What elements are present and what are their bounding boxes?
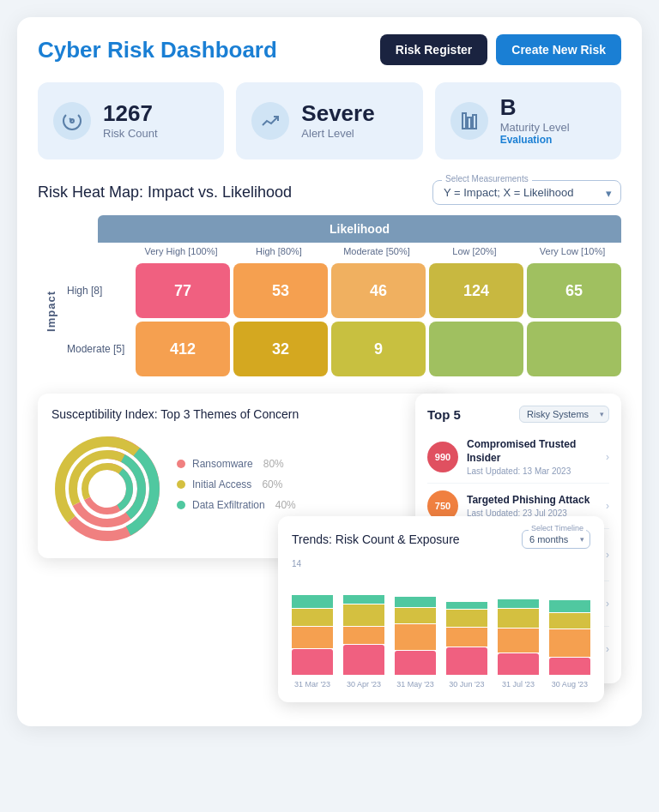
heat-cell-1-2[interactable]: 9 (331, 322, 426, 376)
heatmap-header: Risk Heat Map: Impact vs. Likelihood Sel… (38, 180, 621, 205)
kpi-card-alert-level: Severe Alert Level (236, 82, 422, 159)
kpi-sublabel-maturity: Evaluation (500, 134, 570, 146)
kpi-content-maturity: B Maturity Level Evaluation (500, 96, 570, 146)
header: Cyber Risk Dashboard Risk Register Creat… (38, 34, 621, 65)
col-header-2: High [80%] (230, 243, 328, 260)
chart-label-3: 30 Jun '23 (446, 680, 487, 689)
bar-col-0 (292, 595, 333, 675)
legend-percent-0: 80% (263, 458, 284, 470)
risk-updated-0: Last Updated: 13 Mar 2023 (467, 466, 597, 476)
heat-cell-0-1[interactable]: 53 (233, 263, 328, 318)
risk-name-1: Targeted Phishing Attack (467, 494, 597, 508)
heatmap-row-0: High [8] 77 53 46 124 65 (63, 263, 621, 318)
legend-item-1: Initial Access 60% (177, 478, 296, 490)
kpi-label-alert-level: Alert Level (301, 127, 374, 140)
legend-dot-1 (177, 480, 185, 489)
row-label-1: Moderate [5] (63, 322, 132, 376)
bar-group-5 (549, 600, 590, 675)
kpi-value-risk-count: 1267 (103, 102, 158, 124)
timeline-select-label: Select Timeline (529, 524, 586, 532)
kpi-value-alert-level: Severe (301, 102, 374, 124)
top5-select-wrapper[interactable]: Risky Systems Risky Assets Risky Users ▾ (519, 406, 609, 423)
bar-seg-1-0 (343, 595, 384, 604)
chart-labels: 31 Mar '2330 Apr '2331 May '2330 Jun '23… (292, 680, 590, 689)
legend-label-0: Ransomware (192, 458, 253, 470)
svg-rect-0 (463, 113, 466, 129)
heat-cell-1-3[interactable] (429, 322, 523, 376)
heat-cell-0-4[interactable]: 65 (527, 263, 621, 318)
bar-seg-1-3 (343, 645, 384, 675)
top5-title: Top 5 (427, 407, 461, 422)
kpi-content-risk-count: 1267 Risk Count (103, 102, 158, 140)
heat-cell-1-4[interactable] (527, 322, 621, 376)
chevron-down-icon: ▾ (606, 186, 612, 199)
select-measurements-label: Select Measurements (442, 174, 532, 183)
donut-chart (51, 433, 163, 544)
svg-rect-1 (468, 117, 471, 129)
maturity-icon (450, 102, 488, 140)
bar-seg-4-1 (498, 609, 539, 628)
legend-percent-1: 60% (262, 478, 282, 490)
col-header-3: Moderate [50%] (328, 243, 426, 260)
bar-col-4 (498, 599, 539, 675)
heatmap-container: Likelihood Impact Very High [100%] High … (38, 215, 621, 380)
heat-cell-0-3[interactable]: 124 (429, 263, 523, 318)
create-risk-button[interactable]: Create New Risk (496, 34, 621, 65)
bar-seg-4-0 (498, 599, 539, 608)
chart-label-1: 30 Apr '23 (343, 680, 384, 689)
bar-seg-5-0 (549, 600, 590, 612)
heat-cell-0-2[interactable]: 46 (331, 263, 426, 318)
timeline-select[interactable]: 3 months 6 months 1 year 2 years (522, 530, 590, 549)
legend-item-0: Ransomware 80% (177, 458, 296, 470)
timeline-select-wrapper[interactable]: Select Timeline 3 months 6 months 1 year… (522, 530, 590, 549)
risk-name-0: Compromised Trusted Insider (467, 438, 597, 465)
susceptibility-title: Susceptibility Index: Top 3 Themes of Co… (51, 407, 436, 421)
bar-seg-1-1 (343, 604, 384, 626)
bar-seg-2-0 (395, 597, 436, 607)
bar-group-4 (498, 599, 539, 675)
trends-card: Trends: Risk Count & Exposure Select Tim… (278, 516, 604, 702)
heat-cell-1-1[interactable]: 32 (233, 322, 328, 376)
col-header-0 (63, 243, 132, 260)
trends-title: Trends: Risk Count & Exposure (292, 532, 460, 546)
kpi-row: 1267 Risk Count Severe Alert Level (38, 82, 621, 159)
col-header-1: Very High [100%] (132, 243, 230, 260)
bar-seg-3-1 (446, 610, 487, 627)
bar-group-1 (343, 595, 384, 675)
legend-percent-2: 40% (275, 499, 296, 511)
header-buttons: Risk Register Create New Risk (380, 34, 621, 65)
bar-col-2 (395, 597, 436, 675)
legend-dot-0 (177, 460, 185, 468)
bar-seg-0-0 (292, 595, 333, 608)
chevron-right-icon: › (606, 451, 609, 463)
bar-seg-0-3 (292, 649, 333, 675)
bar-chart-area (292, 572, 590, 675)
bar-seg-2-1 (395, 608, 436, 623)
heatmap-grid-wrapper: Impact Very High [100%] High [80%] Moder… (38, 243, 621, 380)
page-title: Cyber Risk Dashboard (38, 37, 277, 63)
risk-register-button[interactable]: Risk Register (380, 34, 487, 65)
bar-seg-0-1 (292, 609, 333, 626)
select-measurements-wrapper[interactable]: Select Measurements Y = Impact; X = Like… (432, 180, 621, 205)
kpi-content-alert-level: Severe Alert Level (301, 102, 374, 140)
risk-item-0[interactable]: 990 Compromised Trusted Insider Last Upd… (427, 431, 609, 484)
heat-cell-0-0[interactable]: 77 (136, 263, 230, 318)
heatmap-title: Risk Heat Map: Impact vs. Likelihood (38, 183, 292, 201)
kpi-card-maturity: B Maturity Level Evaluation (435, 82, 621, 159)
top5-select[interactable]: Risky Systems Risky Assets Risky Users (519, 406, 609, 423)
bar-col-3 (446, 602, 487, 675)
bar-seg-3-3 (446, 647, 487, 675)
svg-rect-2 (473, 115, 476, 129)
col-header-4: Low [20%] (426, 243, 523, 260)
risk-info-1: Targeted Phishing Attack Last Updated: 2… (467, 494, 597, 519)
kpi-label-risk-count: Risk Count (103, 127, 158, 140)
impact-label-container: Impact (38, 243, 63, 380)
bar-seg-5-2 (549, 629, 590, 657)
legend-item-2: Data Exfiltration 40% (177, 499, 296, 511)
heat-cell-1-0[interactable]: 412 (136, 322, 230, 376)
chevron-right-icon: › (606, 549, 609, 561)
trends-header: Trends: Risk Count & Exposure Select Tim… (292, 530, 590, 549)
bar-seg-3-2 (446, 628, 487, 647)
chevron-right-icon: › (606, 598, 609, 610)
legend-label-1: Initial Access (192, 478, 251, 490)
